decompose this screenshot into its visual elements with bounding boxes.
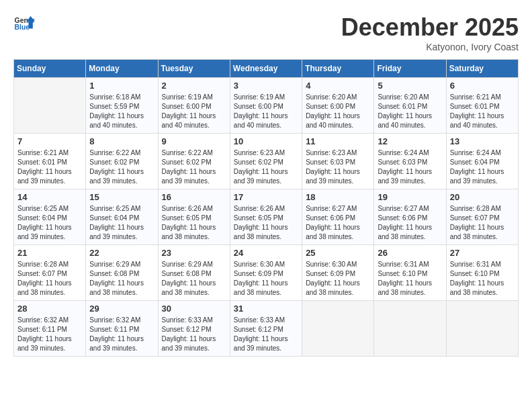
- day-info: Sunrise: 6:29 AMSunset: 6:08 PMDaylight:…: [162, 260, 226, 298]
- day-number: 5: [378, 81, 442, 91]
- day-number: 19: [378, 192, 442, 202]
- day-info: Sunrise: 6:31 AMSunset: 6:10 PMDaylight:…: [378, 260, 442, 298]
- day-number: 28: [17, 304, 82, 314]
- day-number: 23: [162, 248, 226, 258]
- calendar-cell: 24Sunrise: 6:30 AMSunset: 6:09 PMDayligh…: [230, 245, 302, 301]
- day-number: 3: [234, 81, 298, 91]
- day-number: 8: [89, 136, 154, 146]
- calendar-cell: 17Sunrise: 6:26 AMSunset: 6:05 PMDayligh…: [230, 189, 302, 245]
- calendar-cell: 18Sunrise: 6:27 AMSunset: 6:06 PMDayligh…: [302, 189, 374, 245]
- month-title: December 2025: [341, 13, 519, 42]
- calendar-cell: 30Sunrise: 6:33 AMSunset: 6:12 PMDayligh…: [158, 301, 230, 357]
- calendar-cell: 28Sunrise: 6:32 AMSunset: 6:11 PMDayligh…: [14, 301, 86, 357]
- calendar-cell: 11Sunrise: 6:23 AMSunset: 6:03 PMDayligh…: [302, 134, 374, 189]
- day-info: Sunrise: 6:33 AMSunset: 6:12 PMDaylight:…: [162, 316, 226, 353]
- day-info: Sunrise: 6:31 AMSunset: 6:10 PMDaylight:…: [450, 260, 515, 298]
- day-number: 18: [306, 192, 370, 202]
- day-number: 16: [162, 192, 226, 202]
- day-info: Sunrise: 6:23 AMSunset: 6:02 PMDaylight:…: [234, 148, 298, 186]
- location: Katyonon, Ivory Coast: [341, 42, 519, 52]
- calendar-cell: 25Sunrise: 6:30 AMSunset: 6:09 PMDayligh…: [302, 245, 374, 301]
- calendar-cell: [14, 78, 86, 134]
- day-info: Sunrise: 6:21 AMSunset: 6:01 PMDaylight:…: [17, 148, 82, 186]
- day-info: Sunrise: 6:20 AMSunset: 6:00 PMDaylight:…: [306, 93, 370, 130]
- day-number: 4: [306, 81, 370, 91]
- day-info: Sunrise: 6:20 AMSunset: 6:01 PMDaylight:…: [378, 93, 442, 130]
- calendar-cell: 29Sunrise: 6:32 AMSunset: 6:11 PMDayligh…: [86, 301, 158, 357]
- calendar-cell: 7Sunrise: 6:21 AMSunset: 6:01 PMDaylight…: [14, 134, 86, 189]
- col-header-friday: Friday: [374, 60, 446, 78]
- day-info: Sunrise: 6:22 AMSunset: 6:02 PMDaylight:…: [89, 148, 154, 186]
- logo: General Blue: [13, 13, 35, 35]
- day-info: Sunrise: 6:24 AMSunset: 6:03 PMDaylight:…: [378, 148, 442, 186]
- calendar-cell: 3Sunrise: 6:19 AMSunset: 6:00 PMDaylight…: [230, 78, 302, 134]
- day-info: Sunrise: 6:27 AMSunset: 6:06 PMDaylight:…: [378, 204, 442, 242]
- day-number: 1: [89, 81, 154, 91]
- calendar-cell: 20Sunrise: 6:28 AMSunset: 6:07 PMDayligh…: [446, 189, 518, 245]
- week-row-2: 7Sunrise: 6:21 AMSunset: 6:01 PMDaylight…: [14, 134, 519, 189]
- day-info: Sunrise: 6:25 AMSunset: 6:04 PMDaylight:…: [89, 204, 154, 242]
- col-header-monday: Monday: [86, 60, 158, 78]
- svg-text:Blue: Blue: [15, 24, 30, 31]
- day-number: 6: [450, 81, 515, 91]
- col-header-sunday: Sunday: [14, 60, 86, 78]
- day-number: 20: [450, 192, 515, 202]
- day-info: Sunrise: 6:30 AMSunset: 6:09 PMDaylight:…: [234, 260, 298, 298]
- header-row: SundayMondayTuesdayWednesdayThursdayFrid…: [14, 60, 519, 78]
- day-info: Sunrise: 6:32 AMSunset: 6:11 PMDaylight:…: [17, 316, 82, 353]
- day-number: 13: [450, 136, 515, 146]
- calendar-cell: 19Sunrise: 6:27 AMSunset: 6:06 PMDayligh…: [374, 189, 446, 245]
- week-row-4: 21Sunrise: 6:28 AMSunset: 6:07 PMDayligh…: [14, 245, 519, 301]
- day-info: Sunrise: 6:33 AMSunset: 6:12 PMDaylight:…: [234, 316, 298, 353]
- day-info: Sunrise: 6:22 AMSunset: 6:02 PMDaylight:…: [162, 148, 226, 186]
- calendar-cell: 5Sunrise: 6:20 AMSunset: 6:01 PMDaylight…: [374, 78, 446, 134]
- day-number: 15: [89, 192, 154, 202]
- calendar-cell: [374, 301, 446, 357]
- calendar-cell: [302, 301, 374, 357]
- calendar-cell: 16Sunrise: 6:26 AMSunset: 6:05 PMDayligh…: [158, 189, 230, 245]
- col-header-wednesday: Wednesday: [230, 60, 302, 78]
- day-number: 22: [89, 248, 154, 258]
- calendar-cell: 6Sunrise: 6:21 AMSunset: 6:01 PMDaylight…: [446, 78, 518, 134]
- day-number: 21: [17, 248, 82, 258]
- calendar-cell: 27Sunrise: 6:31 AMSunset: 6:10 PMDayligh…: [446, 245, 518, 301]
- title-block: December 2025 Katyonon, Ivory Coast: [341, 13, 519, 52]
- calendar-cell: 31Sunrise: 6:33 AMSunset: 6:12 PMDayligh…: [230, 301, 302, 357]
- day-number: 30: [162, 304, 226, 314]
- calendar-cell: 13Sunrise: 6:24 AMSunset: 6:04 PMDayligh…: [446, 134, 518, 189]
- calendar-cell: 26Sunrise: 6:31 AMSunset: 6:10 PMDayligh…: [374, 245, 446, 301]
- calendar-cell: 21Sunrise: 6:28 AMSunset: 6:07 PMDayligh…: [14, 245, 86, 301]
- calendar-cell: 14Sunrise: 6:25 AMSunset: 6:04 PMDayligh…: [14, 189, 86, 245]
- week-row-3: 14Sunrise: 6:25 AMSunset: 6:04 PMDayligh…: [14, 189, 519, 245]
- calendar-cell: 4Sunrise: 6:20 AMSunset: 6:00 PMDaylight…: [302, 78, 374, 134]
- day-info: Sunrise: 6:18 AMSunset: 5:59 PMDaylight:…: [89, 93, 154, 130]
- week-row-5: 28Sunrise: 6:32 AMSunset: 6:11 PMDayligh…: [14, 301, 519, 357]
- day-number: 7: [17, 136, 82, 146]
- day-number: 29: [89, 304, 154, 314]
- calendar-cell: 2Sunrise: 6:19 AMSunset: 6:00 PMDaylight…: [158, 78, 230, 134]
- day-info: Sunrise: 6:28 AMSunset: 6:07 PMDaylight:…: [450, 204, 515, 242]
- day-info: Sunrise: 6:30 AMSunset: 6:09 PMDaylight:…: [306, 260, 370, 298]
- day-info: Sunrise: 6:24 AMSunset: 6:04 PMDaylight:…: [450, 148, 515, 186]
- day-info: Sunrise: 6:27 AMSunset: 6:06 PMDaylight:…: [306, 204, 370, 242]
- day-info: Sunrise: 6:19 AMSunset: 6:00 PMDaylight:…: [162, 93, 226, 130]
- calendar-cell: 15Sunrise: 6:25 AMSunset: 6:04 PMDayligh…: [86, 189, 158, 245]
- day-number: 26: [378, 248, 442, 258]
- logo-icon: General Blue: [13, 13, 35, 35]
- day-number: 25: [306, 248, 370, 258]
- day-number: 9: [162, 136, 226, 146]
- day-info: Sunrise: 6:21 AMSunset: 6:01 PMDaylight:…: [450, 93, 515, 130]
- day-number: 2: [162, 81, 226, 91]
- day-number: 31: [234, 304, 298, 314]
- day-info: Sunrise: 6:32 AMSunset: 6:11 PMDaylight:…: [89, 316, 154, 353]
- col-header-thursday: Thursday: [302, 60, 374, 78]
- calendar-cell: [446, 301, 518, 357]
- col-header-saturday: Saturday: [446, 60, 518, 78]
- week-row-1: 1Sunrise: 6:18 AMSunset: 5:59 PMDaylight…: [14, 78, 519, 134]
- day-info: Sunrise: 6:26 AMSunset: 6:05 PMDaylight:…: [162, 204, 226, 242]
- calendar-cell: 12Sunrise: 6:24 AMSunset: 6:03 PMDayligh…: [374, 134, 446, 189]
- day-info: Sunrise: 6:26 AMSunset: 6:05 PMDaylight:…: [234, 204, 298, 242]
- calendar-cell: 9Sunrise: 6:22 AMSunset: 6:02 PMDaylight…: [158, 134, 230, 189]
- calendar-cell: 1Sunrise: 6:18 AMSunset: 5:59 PMDaylight…: [86, 78, 158, 134]
- calendar-table: SundayMondayTuesdayWednesdayThursdayFrid…: [13, 59, 519, 357]
